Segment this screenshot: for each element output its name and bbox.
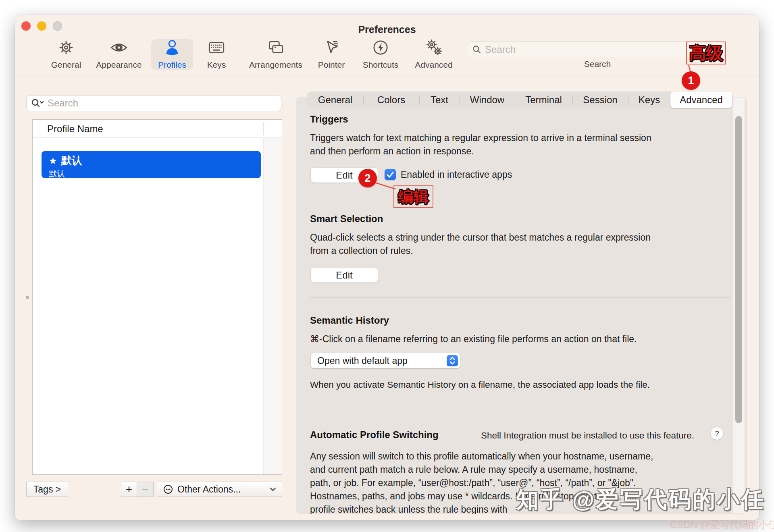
section-divider — [310, 198, 730, 198]
toolbar-label: Keys — [186, 60, 247, 70]
tab-session[interactable]: Session — [572, 91, 628, 108]
keyboard-icon — [186, 38, 247, 59]
eye-icon — [89, 38, 149, 59]
automatic-profile-switching-heading: Automatic Profile Switching — [310, 429, 439, 441]
zhihu-watermark: 知乎 @爱写代码的小任 — [516, 484, 765, 515]
toolbar-item-arrangements[interactable]: Arrangements — [246, 38, 306, 70]
semantic-history-description: ⌘-Click on a filename referring to an ex… — [310, 332, 637, 346]
smart-selection-heading: Smart Selection — [310, 213, 383, 224]
profile-search-field[interactable] — [26, 95, 281, 111]
tab-text[interactable]: Text — [419, 91, 460, 108]
toolbar-label: Shortcuts — [350, 60, 411, 70]
toolbar-label: General — [36, 60, 96, 70]
tab-colors[interactable]: Colors — [363, 91, 419, 108]
semantic-history-heading: Semantic History — [310, 315, 389, 326]
column-divider[interactable] — [263, 122, 264, 135]
updown-chevrons-icon — [447, 355, 458, 366]
other-actions-menu[interactable]: Other Actions... — [157, 482, 282, 497]
default-star-icon: ★ — [49, 156, 57, 166]
gear-icon — [36, 38, 96, 59]
csdn-watermark: CSDN @爱写代码的小任 — [670, 518, 774, 531]
semantic-history-action-dropdown[interactable]: Open with default app — [311, 353, 460, 368]
toolbar-search-label: Search — [573, 59, 622, 69]
tags-button[interactable]: Tags > — [26, 482, 68, 497]
toolbar-label: Advanced — [404, 60, 464, 70]
other-actions-label: Other Actions... — [177, 484, 266, 495]
annotation-advanced-label: 高级 — [689, 42, 723, 64]
profile-name-column-header[interactable]: Profile Name — [33, 120, 282, 138]
advanced-tab-pane: Triggers Triggers watch for text matchin… — [296, 97, 747, 514]
split-handle-dot[interactable] — [26, 296, 29, 299]
annotation-badge-1: 1 — [682, 71, 700, 90]
table-scrollbar-column — [263, 138, 282, 474]
dropdown-selected-value: Open with default app — [317, 355, 447, 366]
preferences-window: Preferences General Appearance Profiles — [15, 15, 759, 520]
toolbar-search-input[interactable] — [485, 44, 720, 55]
annotation-badge-2: 2 — [358, 169, 377, 187]
triggers-description-line2: and then perform an action in response. — [310, 145, 474, 158]
profile-table: Profile Name ★默认 默认 — [32, 119, 282, 475]
semantic-history-footnote: When you activate Semantic History on a … — [310, 380, 650, 390]
toolbar-label: Appearance — [89, 60, 149, 70]
profile-tab-bar: General Colors Text Window Terminal Sess… — [307, 91, 732, 108]
tab-window[interactable]: Window — [460, 91, 515, 108]
toolbar-item-general[interactable]: General — [36, 38, 96, 70]
pane-scrollbar-thumb[interactable] — [735, 116, 742, 423]
smart-selection-edit-button[interactable]: Edit — [311, 268, 378, 283]
windows-icon — [246, 38, 306, 59]
remove-profile-button[interactable]: − — [137, 482, 154, 497]
profile-search-input[interactable] — [48, 98, 277, 109]
smart-selection-description-line2: from a collection of rules. — [310, 244, 413, 258]
toolbar-item-appearance[interactable]: Appearance — [89, 38, 149, 70]
profile-row-default[interactable]: ★默认 默认 — [42, 151, 261, 178]
chevron-down-icon — [270, 487, 276, 491]
search-icon — [472, 45, 482, 54]
annotation-edit-label: 编辑 — [398, 187, 429, 207]
shell-integration-notice: Shell Integration must be installed to u… — [481, 430, 694, 441]
triggers-heading: Triggers — [310, 114, 348, 125]
checkbox-label: Enabled in interactive apps — [401, 169, 512, 180]
checkmark-icon — [385, 169, 396, 180]
toolbar-label: Arrangements — [246, 60, 306, 70]
bolt-circle-icon — [350, 38, 411, 59]
window-title: Preferences — [15, 24, 759, 35]
annotation-box-advanced: 高级 — [686, 42, 726, 64]
tab-terminal[interactable]: Terminal — [515, 91, 572, 108]
section-divider — [310, 423, 730, 423]
pane-scrollbar-track[interactable] — [733, 98, 745, 513]
aps-description-line1: Any session will switch to this profile … — [310, 450, 653, 463]
smart-selection-description-line1: Quad-click selects a string under the cu… — [310, 231, 651, 244]
toolbar-item-advanced[interactable]: Advanced — [404, 38, 464, 70]
profile-title: 默认 — [61, 154, 82, 166]
tab-advanced[interactable]: Advanced — [670, 91, 732, 108]
triggers-description-line1: Triggers watch for text matching a regul… — [310, 131, 651, 145]
section-divider — [310, 297, 730, 298]
gears-icon — [404, 38, 464, 59]
profile-subtitle: 默认 — [49, 168, 261, 179]
add-profile-button[interactable]: + — [121, 482, 137, 497]
help-button[interactable]: ? — [711, 427, 723, 440]
search-scope-icon — [31, 98, 44, 108]
ellipsis-circle-icon — [163, 484, 173, 495]
aps-description-line2: and current path match a rule below. A r… — [310, 463, 637, 476]
tab-general[interactable]: General — [307, 91, 363, 108]
toolbar-item-shortcuts[interactable]: Shortcuts — [350, 38, 411, 70]
aps-description-line5: profile switches back unless the rule be… — [310, 503, 508, 514]
toolbar-item-keys[interactable]: Keys — [186, 38, 247, 70]
annotation-box-edit: 编辑 — [393, 185, 433, 208]
toolbar-divider — [15, 77, 759, 77]
enabled-in-interactive-apps-checkbox[interactable] — [385, 169, 396, 180]
tab-keys[interactable]: Keys — [628, 91, 670, 108]
